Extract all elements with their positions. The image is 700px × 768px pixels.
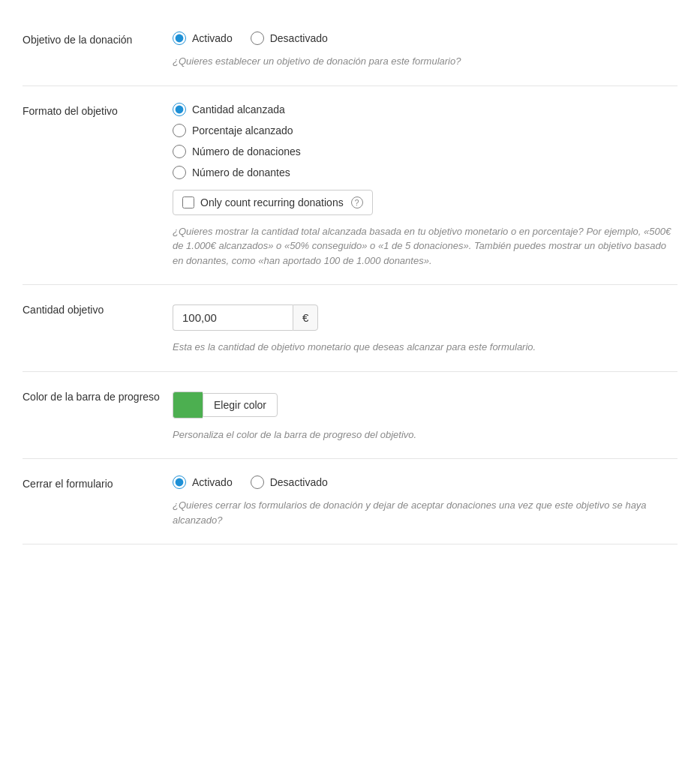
row-color-barra: Color de la barra de progresoElegir colo… bbox=[23, 372, 677, 460]
radio-label-numero-donaciones: Número de donaciones bbox=[192, 146, 301, 158]
radio-label-cantidad: Cantidad alcanzada bbox=[192, 104, 285, 116]
radio-input-porcentaje[interactable] bbox=[173, 124, 186, 137]
content-objetivo-donacion: ActivadoDesactivado¿Quieres establecer u… bbox=[173, 32, 677, 69]
row-formato-objetivo: Formato del objetivoCantidad alcanzadaPo… bbox=[23, 86, 677, 286]
radio-option-activado1[interactable]: Activado bbox=[173, 32, 233, 45]
radio-input-desactivado2[interactable] bbox=[251, 476, 264, 489]
label-cerrar-formulario: Cerrar el formulario bbox=[23, 476, 173, 492]
settings-form: Objetivo de la donaciónActivadoDesactiva… bbox=[0, 0, 700, 560]
label-color-barra: Color de la barra de progreso bbox=[23, 388, 173, 405]
radio-option-cantidad[interactable]: Cantidad alcanzada bbox=[173, 103, 677, 116]
help-text-objetivo-donacion: ¿Quieres establecer un objetivo de donac… bbox=[173, 54, 677, 69]
help-icon-recurring[interactable]: ? bbox=[351, 196, 363, 208]
label-objetivo-donacion: Objetivo de la donación bbox=[23, 32, 173, 48]
radio-option-desactivado2[interactable]: Desactivado bbox=[251, 476, 328, 489]
content-formato-objetivo: Cantidad alcanzadaPorcentaje alcanzadoNú… bbox=[173, 103, 677, 268]
radio-input-activado2[interactable] bbox=[173, 476, 186, 489]
radio-input-cantidad[interactable] bbox=[173, 103, 186, 116]
help-text-color-barra: Personaliza el color de la barra de prog… bbox=[173, 428, 677, 442]
help-text-cantidad-objetivo: Esta es la cantidad de objetivo monetari… bbox=[173, 340, 677, 355]
color-picker-button[interactable]: Elegir color bbox=[203, 393, 278, 417]
radio-option-numero-donaciones[interactable]: Número de donaciones bbox=[173, 145, 677, 158]
row-objetivo-donacion: Objetivo de la donaciónActivadoDesactiva… bbox=[23, 15, 677, 86]
label-formato-objetivo: Formato del objetivo bbox=[23, 103, 173, 119]
radio-group-objetivo-donacion: ActivadoDesactivado bbox=[173, 32, 677, 45]
radio-option-activado2[interactable]: Activado bbox=[173, 476, 233, 489]
content-cantidad-objetivo: €Esta es la cantidad de objetivo monetar… bbox=[173, 302, 677, 355]
radio-label-numero-donantes: Número de donantes bbox=[192, 166, 290, 178]
radio-input-numero-donantes[interactable] bbox=[173, 166, 186, 179]
checkbox-recurring-input[interactable] bbox=[182, 196, 194, 208]
amount-unit: € bbox=[293, 304, 318, 331]
checkbox-recurring-label: Only count recurring donations bbox=[200, 196, 344, 208]
help-text-formato-objetivo: ¿Quieres mostrar la cantidad total alcan… bbox=[173, 224, 677, 268]
radio-option-porcentaje[interactable]: Porcentaje alcanzado bbox=[173, 124, 677, 137]
radio-group-cerrar-formulario: ActivadoDesactivado bbox=[173, 476, 677, 489]
radio-option-numero-donantes[interactable]: Número de donantes bbox=[173, 166, 677, 179]
checkbox-recurring-row[interactable]: Only count recurring donations? bbox=[173, 190, 373, 215]
content-cerrar-formulario: ActivadoDesactivado¿Quieres cerrar los f… bbox=[173, 476, 677, 527]
row-cerrar-formulario: Cerrar el formularioActivadoDesactivado¿… bbox=[23, 459, 677, 544]
color-swatch bbox=[173, 392, 203, 418]
radio-label-desactivado2: Desactivado bbox=[270, 476, 328, 488]
color-picker-row[interactable]: Elegir color bbox=[173, 392, 677, 418]
radio-label-activado2: Activado bbox=[192, 476, 233, 488]
radio-input-numero-donaciones[interactable] bbox=[173, 145, 186, 158]
amount-input-row: € bbox=[173, 304, 677, 331]
radio-input-desactivado1[interactable] bbox=[251, 32, 264, 45]
help-text-cerrar-formulario: ¿Quieres cerrar los formularios de donac… bbox=[173, 498, 677, 527]
radio-option-desactivado1[interactable]: Desactivado bbox=[251, 32, 328, 45]
content-color-barra: Elegir colorPersonaliza el color de la b… bbox=[173, 388, 677, 442]
radio-label-activado1: Activado bbox=[192, 32, 233, 44]
radio-input-activado1[interactable] bbox=[173, 32, 186, 45]
radio-col-group-formato-objetivo: Cantidad alcanzadaPorcentaje alcanzadoNú… bbox=[173, 103, 677, 179]
radio-label-porcentaje: Porcentaje alcanzado bbox=[192, 124, 293, 136]
label-cantidad-objetivo: Cantidad objetivo bbox=[23, 302, 173, 318]
amount-input[interactable] bbox=[173, 304, 293, 331]
row-cantidad-objetivo: Cantidad objetivo€Esta es la cantidad de… bbox=[23, 285, 677, 372]
radio-label-desactivado1: Desactivado bbox=[270, 32, 328, 44]
